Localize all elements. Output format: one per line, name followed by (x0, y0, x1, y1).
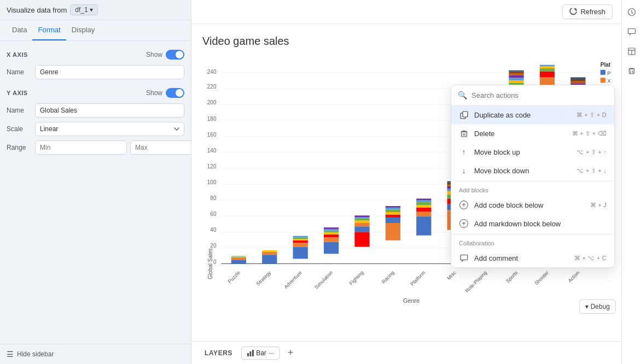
layers-button[interactable]: LAYERS (200, 347, 237, 359)
svg-text:140: 140 (207, 148, 217, 154)
svg-rect-46 (354, 220, 369, 223)
right-icon-layout[interactable] (624, 44, 639, 59)
bar-tab-button[interactable]: Bar ··· (241, 347, 280, 360)
svg-rect-49 (354, 215, 369, 217)
svg-rect-155 (463, 111, 468, 117)
y-axis-range-label: Range (7, 144, 35, 151)
x-axis-name-input[interactable] (35, 65, 184, 79)
right-icon-trash[interactable] (624, 63, 639, 79)
svg-rect-56 (386, 206, 400, 208)
add-code-label: Add code block below (474, 201, 585, 209)
y-axis-range-row: Range (7, 140, 184, 155)
hide-sidebar-label: Hide sidebar (17, 350, 54, 358)
right-icon-clock[interactable] (624, 4, 639, 20)
svg-text:Platform: Platform (601, 62, 610, 68)
debug-button[interactable]: ▾ Debug (579, 300, 616, 314)
svg-text:Global Sales: Global Sales (207, 248, 213, 279)
svg-rect-107 (570, 79, 585, 81)
bar-puzzle-3 (231, 256, 246, 257)
right-panel (621, 0, 641, 364)
svg-text:40: 40 (210, 227, 217, 233)
search-actions-input[interactable] (471, 91, 608, 99)
svg-rect-57 (416, 216, 431, 236)
refresh-button[interactable]: Refresh (562, 4, 613, 19)
refresh-icon (569, 8, 577, 16)
add-blocks-label: Add blocks (451, 183, 614, 196)
add-markdown-block-item[interactable]: + Add markdown block below (451, 214, 614, 233)
range-max-input[interactable] (130, 140, 191, 155)
delete-item[interactable]: Delete ⌘ + ⇧ + ⌫ (451, 124, 614, 143)
svg-rect-124 (601, 78, 605, 83)
x-axis-show-label: Show (146, 51, 162, 58)
x-axis-toggle[interactable] (166, 50, 184, 60)
add-tab-button[interactable]: + (284, 346, 297, 360)
tab-format[interactable]: Format (32, 20, 66, 40)
bar-tab-dots: ··· (269, 349, 274, 357)
svg-rect-90 (509, 73, 523, 75)
svg-rect-87 (509, 80, 523, 83)
context-search-bar: 🔍 (451, 85, 614, 105)
svg-rect-29 (262, 250, 277, 252)
bar-puzzle (231, 260, 246, 263)
svg-rect-43 (354, 232, 369, 246)
svg-rect-122 (601, 70, 605, 75)
move-up-item[interactable]: ↑ Move block up ⌥ + ⇧ + ↑ (451, 143, 614, 161)
svg-text:60: 60 (210, 211, 217, 217)
hide-sidebar-footer[interactable]: ☰ Hide sidebar (0, 344, 191, 364)
visualize-bar: Visualize data from df_1 ▾ (0, 0, 191, 20)
svg-rect-153 (629, 69, 634, 74)
add-code-block-item[interactable]: + Add code block below ⌘ + J (451, 196, 614, 214)
y-axis-scale-select[interactable]: Linear Log (35, 122, 184, 136)
svg-rect-34 (293, 237, 308, 239)
move-down-item[interactable]: ↓ Move block down ⌥ + ⇧ + ↓ (451, 161, 614, 180)
svg-rect-157 (461, 255, 468, 260)
main-footer: LAYERS Bar ··· + (191, 341, 621, 364)
right-icon-comment[interactable] (624, 24, 639, 39)
svg-rect-39 (324, 232, 339, 234)
svg-rect-40 (324, 231, 339, 233)
duplicate-icon (459, 110, 469, 120)
svg-text:Puzzle: Puzzle (227, 270, 241, 284)
svg-rect-33 (293, 239, 308, 240)
svg-rect-149 (628, 29, 635, 34)
delete-label: Delete (474, 130, 567, 138)
svg-rect-54 (386, 209, 400, 212)
svg-rect-32 (293, 240, 308, 243)
svg-rect-30 (293, 247, 308, 259)
add-comment-item[interactable]: Add comment ⌘ + ⌥ + C (451, 249, 614, 267)
svg-text:100: 100 (207, 179, 217, 185)
svg-rect-156 (461, 132, 467, 137)
y-axis-scale-label: Scale (7, 125, 35, 133)
y-axis-scale-row: Scale Linear Log (7, 122, 184, 136)
svg-rect-53 (386, 212, 400, 215)
y-axis-name-label: Name (7, 107, 35, 114)
svg-text:Shooter: Shooter (534, 270, 550, 286)
menu-divider-2 (451, 234, 614, 234)
x-axis-name-row: Name (7, 65, 184, 79)
svg-rect-63 (416, 198, 431, 200)
y-axis-name-input[interactable] (35, 103, 184, 118)
svg-text:0: 0 (213, 259, 217, 265)
duplicate-label: Duplicate as code (474, 111, 571, 119)
svg-rect-48 (354, 217, 369, 219)
search-icon: 🔍 (458, 91, 467, 99)
visualize-label: Visualize data from (7, 6, 67, 14)
sidebar: Visualize data from df_1 ▾ Data Format D… (0, 0, 191, 364)
duplicate-as-code-item[interactable]: Duplicate as code ⌘ + ⇧ + D (451, 105, 614, 124)
svg-text:Misc: Misc (446, 269, 458, 281)
svg-text:Action: Action (567, 270, 581, 284)
y-axis-toggle[interactable] (166, 88, 184, 98)
svg-rect-145 (247, 353, 249, 356)
svg-rect-95 (540, 71, 555, 77)
svg-rect-92 (509, 71, 523, 72)
svg-text:Strategy: Strategy (255, 269, 272, 286)
svg-text:Platform: Platform (409, 270, 426, 287)
y-axis-show-label: Show (146, 89, 162, 97)
hide-sidebar-icon: ☰ (7, 350, 14, 359)
svg-rect-58 (416, 212, 431, 216)
df-selector[interactable]: df_1 ▾ (70, 4, 97, 15)
svg-text:Genre: Genre (403, 297, 419, 304)
range-min-input[interactable] (35, 140, 127, 155)
tab-data[interactable]: Data (7, 20, 32, 40)
tab-display[interactable]: Display (66, 20, 101, 40)
